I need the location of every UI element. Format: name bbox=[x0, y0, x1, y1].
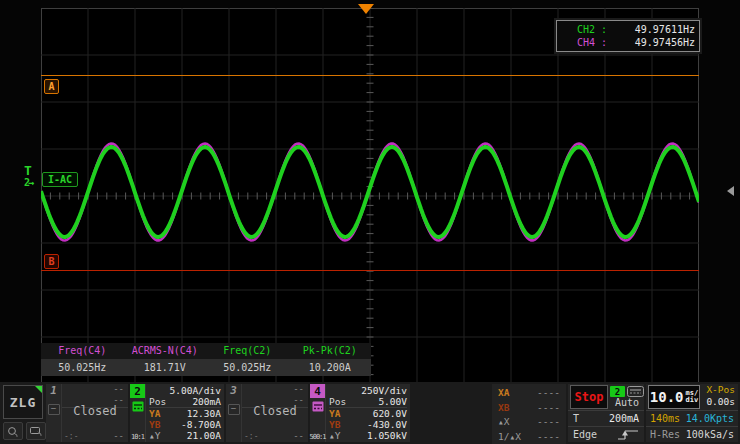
cursor-a-line[interactable] bbox=[41, 75, 699, 76]
cursor-xb-label: XB bbox=[498, 402, 509, 414]
channel-1-status: Closed bbox=[62, 404, 128, 418]
freq-ch4-value: 49.97456Hz bbox=[607, 36, 695, 49]
x-cursors-panel[interactable]: XA---- XB---- ▴X---- 1/▴X---- bbox=[492, 384, 566, 444]
channel-3-block[interactable]: 3 – ---- Closed -:- -- bbox=[226, 384, 308, 442]
channel-4-ya-label: YA bbox=[329, 408, 340, 419]
channel-4-yb-value: -430.0V bbox=[367, 419, 407, 430]
channel-2-scale: 5.00A/div bbox=[149, 385, 221, 396]
trigger-position-marker[interactable] bbox=[358, 4, 374, 14]
channel-4-probe-ratio: 500:1 bbox=[309, 433, 325, 441]
zlg-logo-text: ZLG bbox=[10, 395, 36, 410]
channel-4-yb-label: YB bbox=[329, 419, 340, 430]
channel-1-dashes: ---- bbox=[113, 384, 124, 406]
trigger-coupling-icon bbox=[627, 386, 644, 397]
trigger-source-arrow: 2→ bbox=[14, 177, 42, 189]
cursor-b-label[interactable]: B bbox=[44, 254, 59, 269]
touchpad-button[interactable] bbox=[26, 422, 46, 440]
right-edge-marker-icon bbox=[727, 186, 734, 196]
channel-2-yb-value: -8.700A bbox=[181, 419, 221, 430]
meas-label-freq-c4[interactable]: Freq(C4) bbox=[41, 343, 124, 359]
cursor-a-label[interactable]: A bbox=[44, 79, 59, 94]
cursor-b-line[interactable] bbox=[41, 270, 699, 271]
freq-row-ch4: CH4 : 49.97456Hz bbox=[561, 36, 695, 49]
channel-4-number: 4 bbox=[310, 384, 325, 398]
channel-2-pos-label: Pos bbox=[149, 396, 166, 407]
channel-1-minus-icon: – bbox=[48, 404, 60, 415]
touch-gesture-button[interactable] bbox=[3, 422, 23, 440]
channel-2-number: 2 bbox=[130, 384, 145, 398]
oscilloscope-screen: A B T 2→ I-AC CH2 : 49.97611Hz CH4 : 49.… bbox=[0, 0, 740, 444]
trigger-letter: T bbox=[14, 165, 42, 177]
channel-4-pos-label: Pos bbox=[329, 396, 346, 407]
acquisition-window: 140ms bbox=[650, 413, 680, 424]
cursor-xb-value: ---- bbox=[537, 402, 560, 414]
touch-icon bbox=[7, 426, 19, 437]
channel-2-yb-label: YB bbox=[149, 419, 160, 430]
cursor-invdx-label: 1/▴X bbox=[498, 431, 521, 443]
channel-4-pos-value: 5.00V bbox=[378, 396, 407, 407]
measurement-bar: Freq(C4) ACRMS-N(C4) Freq(C2) Pk-Pk(C2) … bbox=[41, 343, 371, 376]
hres-label[interactable]: H-Res bbox=[650, 429, 680, 440]
cursor-dx-value: ---- bbox=[537, 416, 560, 428]
meas-value-pkpk-c2: 10.200A bbox=[289, 359, 372, 376]
freq-ch4-label: CH4 : bbox=[561, 36, 607, 49]
x-pos-value[interactable]: 0.00s bbox=[702, 396, 735, 408]
x-pos-label: X-Pos bbox=[702, 384, 735, 396]
frequency-readout-box: CH2 : 49.97611Hz CH4 : 49.97456Hz bbox=[556, 20, 700, 52]
trace-label-iac[interactable]: I-AC bbox=[42, 172, 78, 187]
meas-label-freq-c2[interactable]: Freq(C2) bbox=[206, 343, 289, 359]
freq-ch2-label: CH2 : bbox=[561, 23, 607, 36]
waveform-graticule bbox=[41, 8, 699, 384]
channel-3-minus-icon: – bbox=[228, 404, 240, 415]
trigger-level-marker[interactable]: T 2→ bbox=[14, 165, 42, 189]
timebase-scale-button[interactable]: 10.0 ms/div bbox=[648, 385, 700, 409]
meas-value-freq-c4: 50.025Hz bbox=[41, 359, 124, 376]
timebase-panel[interactable]: 10.0 ms/div X-Pos 0.00s 140ms 14.0Kpts H… bbox=[646, 384, 738, 442]
channel-4-delta-label: ▴Y bbox=[329, 430, 340, 441]
channel-2-ya-label: YA bbox=[149, 408, 160, 419]
trigger-type[interactable]: Edge bbox=[573, 429, 597, 440]
timebase-scale-unit: ms/div bbox=[686, 390, 699, 404]
touchpad-icon bbox=[30, 426, 43, 437]
freq-ch2-value: 49.97611Hz bbox=[607, 23, 695, 36]
logo-corner-triangle-icon bbox=[35, 386, 42, 393]
rising-edge-icon bbox=[617, 429, 639, 441]
channel-4-delta-value: 1.050kV bbox=[367, 430, 407, 441]
channel-2-pos-value: 200mA bbox=[192, 396, 221, 407]
cursor-xa-value: ---- bbox=[537, 387, 560, 399]
meas-label-acrms-c4[interactable]: ACRMS-N(C4) bbox=[124, 343, 207, 359]
timebase-scale-value: 10.0 bbox=[650, 389, 684, 405]
meas-label-pkpk-c2[interactable]: Pk-Pk(C2) bbox=[289, 343, 372, 359]
zlg-logo: ZLG bbox=[3, 385, 43, 419]
channel-1-bottom-dash: -- bbox=[113, 431, 124, 441]
channel-4-block[interactable]: 4 500:1 250V/div Pos5.00V YA620.0V YB-43… bbox=[310, 384, 410, 442]
channel-2-delta-label: ▴Y bbox=[149, 430, 160, 441]
channel-3-number: 3 bbox=[230, 384, 237, 397]
trigger-level-value[interactable]: 200mA bbox=[609, 413, 639, 424]
channel-4-ya-value: 620.0V bbox=[373, 408, 407, 419]
cursor-invdx-value: ---- bbox=[537, 431, 560, 443]
channel-1-number: 1 bbox=[50, 384, 57, 397]
cursor-dx-label: ▴X bbox=[498, 416, 509, 428]
channel-3-probe-dash: -:- bbox=[244, 432, 258, 441]
channel-2-probe-ratio: 10:1 bbox=[131, 433, 144, 441]
channel-2-coupling-icon bbox=[132, 401, 144, 412]
channel-1-probe-dash: -:- bbox=[64, 432, 78, 441]
channel-3-bottom-dash: -- bbox=[293, 431, 304, 441]
trigger-mode[interactable]: Auto bbox=[615, 397, 639, 409]
channel-1-block[interactable]: 1 – ---- Closed -:- -- bbox=[46, 384, 128, 442]
channel-4-coupling-icon bbox=[312, 401, 324, 412]
channel-3-status: Closed bbox=[242, 404, 308, 418]
meas-value-freq-c2: 50.025Hz bbox=[206, 359, 289, 376]
memory-depth: 14.0Kpts bbox=[686, 413, 734, 424]
trigger-panel[interactable]: Stop 2 Auto T 200mA bbox=[568, 384, 644, 442]
channel-3-dashes: ---- bbox=[293, 384, 304, 406]
run-stop-button[interactable]: Stop bbox=[570, 385, 608, 409]
freq-row-ch2: CH2 : 49.97611Hz bbox=[561, 23, 695, 36]
trigger-t-label: T bbox=[573, 413, 579, 424]
channel-2-block[interactable]: 2 10:1 5.00A/div Pos200mA YA12.30A YB-8.… bbox=[130, 384, 224, 442]
status-bar: ZLG 1 – bbox=[0, 382, 740, 444]
sample-rate: 100kSa/s bbox=[686, 429, 734, 440]
trigger-source-badge[interactable]: 2 bbox=[610, 386, 625, 397]
meas-value-acrms-c4: 181.71V bbox=[124, 359, 207, 376]
